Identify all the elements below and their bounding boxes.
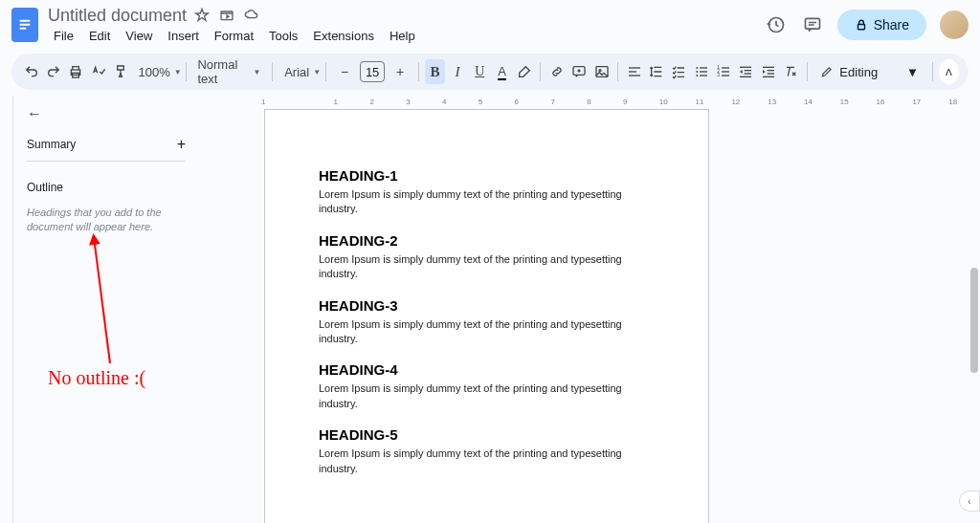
svg-point-13 [696, 75, 698, 76]
svg-rect-21 [722, 71, 729, 72]
print-button[interactable] [66, 59, 86, 84]
user-avatar[interactable] [940, 11, 969, 39]
increase-indent-button[interactable] [758, 59, 778, 84]
svg-rect-24 [745, 70, 751, 71]
font-size-increase[interactable]: + [388, 59, 412, 84]
font-size-decrease[interactable]: − [332, 59, 357, 84]
doc-heading[interactable]: HEADING-1 [319, 167, 655, 184]
svg-text:3: 3 [717, 73, 720, 77]
svg-rect-2 [858, 24, 864, 29]
caret-down-icon: ▼ [253, 68, 260, 76]
align-button[interactable] [624, 59, 644, 84]
pencil-icon [820, 65, 834, 78]
svg-rect-29 [767, 73, 773, 74]
menu-tools[interactable]: Tools [263, 27, 303, 45]
editing-mode-dropdown[interactable]: Editing ▼ [813, 65, 926, 79]
doc-body-text[interactable]: Lorem Ipsum is simply dummy text of the … [319, 187, 655, 217]
redo-button[interactable] [43, 59, 63, 84]
svg-rect-25 [745, 73, 751, 74]
separator [418, 62, 419, 81]
doc-body-text[interactable]: Lorem Ipsum is simply dummy text of the … [319, 447, 655, 476]
numbered-list-button[interactable]: 123 [713, 59, 733, 84]
highlight-color-button[interactable] [514, 59, 534, 84]
paragraph-style-dropdown[interactable]: Normal text▼ [191, 59, 266, 84]
menu-help[interactable]: Help [384, 27, 421, 45]
caret-down-icon: ▼ [313, 68, 321, 76]
caret-down-icon: ▼ [906, 65, 919, 79]
zoom-dropdown[interactable]: 100%▼ [133, 59, 180, 84]
outline-sidebar: ← Summary + Outline Headings that you ad… [13, 96, 199, 523]
menu-view[interactable]: View [120, 27, 158, 45]
menu-bar: File Edit View Insert Format Tools Exten… [48, 27, 765, 45]
font-dropdown[interactable]: Arial▼ [278, 59, 320, 84]
vertical-ruler [0, 96, 13, 523]
separator [325, 62, 326, 81]
decrease-indent-button[interactable] [736, 59, 756, 84]
add-comment-button[interactable] [569, 59, 590, 84]
outline-placeholder: Headings that you add to the document wi… [27, 206, 186, 235]
svg-rect-8 [629, 67, 640, 68]
doc-heading[interactable]: HEADING-4 [319, 361, 655, 378]
separator [807, 62, 808, 81]
doc-body-text[interactable]: Lorem Ipsum is simply dummy text of the … [319, 381, 655, 411]
add-summary-button[interactable]: + [177, 136, 186, 153]
scrollbar-thumb[interactable] [970, 268, 978, 373]
history-icon[interactable] [765, 13, 788, 36]
svg-rect-28 [767, 70, 773, 71]
insert-image-button[interactable] [591, 59, 612, 84]
svg-point-11 [696, 67, 698, 69]
horizontal-ruler[interactable]: 112345678910111213141516171819 [199, 96, 980, 109]
spellcheck-button[interactable] [88, 59, 108, 84]
line-spacing-button[interactable] [646, 59, 666, 84]
doc-heading[interactable]: HEADING-2 [319, 232, 655, 249]
side-panel-toggle[interactable]: ‹ [959, 490, 980, 512]
format-paint-button[interactable] [110, 59, 130, 84]
svg-rect-16 [700, 75, 707, 76]
doc-body-text[interactable]: Lorem Ipsum is simply dummy text of the … [319, 252, 655, 282]
doc-heading[interactable]: HEADING-3 [319, 297, 655, 314]
svg-point-7 [599, 70, 601, 72]
separator [617, 62, 618, 81]
star-icon[interactable] [194, 8, 210, 23]
bulleted-list-button[interactable] [691, 59, 711, 84]
doc-body-text[interactable]: Lorem Ipsum is simply dummy text of the … [319, 317, 655, 347]
summary-label: Summary [27, 138, 76, 151]
share-label: Share [874, 17, 909, 33]
undo-button[interactable] [21, 59, 41, 84]
svg-rect-27 [763, 67, 774, 68]
move-icon[interactable] [219, 8, 234, 23]
svg-rect-10 [629, 75, 640, 76]
bold-button[interactable]: B [425, 59, 445, 84]
cloud-status-icon[interactable] [244, 8, 259, 23]
italic-button[interactable]: I [447, 59, 467, 84]
close-outline-button[interactable]: ← [27, 105, 186, 122]
comment-icon[interactable] [801, 13, 824, 36]
share-button[interactable]: Share [837, 10, 926, 40]
document-page[interactable]: HEADING-1Lorem Ipsum is simply dummy tex… [264, 109, 709, 523]
checklist-button[interactable] [669, 59, 689, 84]
separator [932, 62, 933, 81]
outline-label: Outline [27, 181, 186, 194]
menu-format[interactable]: Format [209, 27, 259, 45]
doc-heading[interactable]: HEADING-5 [319, 426, 655, 443]
menu-edit[interactable]: Edit [83, 27, 116, 45]
scrollbar[interactable] [970, 96, 978, 459]
svg-rect-15 [700, 71, 707, 72]
menu-insert[interactable]: Insert [162, 27, 205, 45]
docs-logo-icon[interactable] [11, 8, 38, 42]
menu-extensions[interactable]: Extensions [307, 27, 380, 45]
text-color-button[interactable]: A [492, 59, 512, 84]
collapse-toolbar-button[interactable]: ᐱ [939, 59, 959, 84]
svg-rect-22 [722, 75, 729, 76]
menu-file[interactable]: File [48, 27, 79, 45]
document-title[interactable]: Untitled document [48, 6, 187, 26]
svg-rect-20 [722, 67, 729, 68]
svg-rect-23 [740, 67, 751, 68]
insert-link-button[interactable] [546, 59, 567, 84]
font-size-input[interactable]: 15 [360, 61, 385, 82]
separator [186, 62, 187, 81]
toolbar: 100%▼ Normal text▼ Arial▼ − 15 + B I U A… [11, 54, 969, 90]
underline-button[interactable]: U [470, 59, 490, 84]
clear-formatting-button[interactable] [780, 59, 800, 84]
lock-icon [855, 18, 868, 32]
